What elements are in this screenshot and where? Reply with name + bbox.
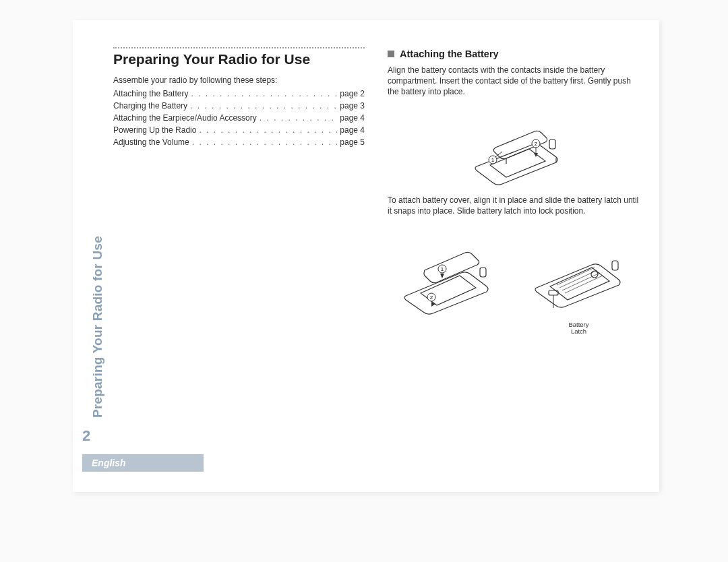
radio-battery-illustration-icon: 1 2: [456, 104, 571, 185]
cover-align-illustration-icon: 1 2: [391, 223, 506, 317]
latch-lock-illustration-icon: [522, 223, 636, 317]
section-header: Attaching the Battery: [388, 49, 639, 59]
toc-entry: Powering Up the Radio . . . . . . . . . …: [113, 125, 365, 135]
divider-line: [113, 47, 365, 49]
svg-rect-0: [549, 139, 555, 149]
figure-row: 1 2: [388, 223, 639, 336]
content-columns: Preparing Your Radio for Use Assemble yo…: [113, 47, 639, 478]
svg-text:1: 1: [491, 157, 494, 163]
toc-label: Charging the Battery: [113, 101, 187, 111]
toc-dots: . . . . . . . . . . . . . . . . . . . . …: [191, 89, 337, 98]
svg-rect-8: [480, 268, 486, 277]
figure-latch-lock: Battery Latch: [522, 223, 636, 336]
toc-page: page 4: [340, 113, 365, 123]
page-number: 2: [82, 427, 90, 445]
svg-text:2: 2: [534, 141, 537, 147]
toc-page: page 3: [340, 101, 365, 111]
toc-entry: Attaching the Earpiece/Audio Accessory .…: [113, 113, 365, 123]
paragraph: Align the battery contacts with the cont…: [388, 65, 639, 98]
toc-page: page 5: [340, 137, 365, 147]
figure-cover-align: 1 2: [391, 223, 506, 336]
svg-marker-11: [440, 274, 444, 278]
intro-text: Assemble your radio by following these s…: [113, 75, 365, 85]
toc-dots: . . . . . . . . . . . . . . . . . . . . …: [192, 137, 338, 147]
square-bullet-icon: [388, 51, 394, 57]
chapter-title: Preparing Your Radio for Use: [113, 51, 365, 67]
svg-text:1: 1: [440, 266, 444, 272]
figure-battery-insert: 1 2: [388, 104, 639, 185]
toc-page: page 4: [340, 125, 365, 135]
toc-page: page 2: [340, 89, 365, 98]
toc-label: Attaching the Earpiece/Audio Accessory: [113, 113, 257, 123]
manual-page: Preparing Your Radio for Use 2 English P…: [73, 20, 659, 492]
right-column: Attaching the Battery Align the battery …: [388, 47, 639, 478]
svg-rect-16: [612, 261, 618, 270]
toc-entry: Attaching the Battery . . . . . . . . . …: [113, 89, 365, 98]
toc-dots: . . . . . . . . . . . . . . . . . . . . …: [199, 125, 337, 135]
toc-entry: Charging the Battery . . . . . . . . . .…: [113, 101, 365, 111]
toc-dots: . . . . . . . . . . . . . . . . . . . . …: [190, 101, 337, 111]
language-label: English: [92, 458, 126, 468]
section-title: Attaching the Battery: [400, 49, 499, 59]
side-tab-title: Preparing Your Radio for Use: [90, 236, 105, 418]
toc-label: Powering Up the Radio: [113, 125, 196, 135]
toc-label: Adjusting the Volume: [113, 137, 189, 147]
side-tab: Preparing Your Radio for Use: [82, 216, 102, 418]
svg-text:2: 2: [429, 294, 433, 301]
paragraph: To attach battery cover, align it in pla…: [388, 195, 639, 216]
toc-dots: . . . . . . . . . . . . . . . . . . . . …: [260, 113, 338, 123]
language-bar: English: [82, 454, 204, 472]
left-column: Preparing Your Radio for Use Assemble yo…: [113, 47, 365, 478]
figure-caption: Battery Latch: [522, 321, 636, 336]
toc-label: Attaching the Battery: [113, 89, 188, 98]
toc-entry: Adjusting the Volume . . . . . . . . . .…: [113, 137, 365, 147]
